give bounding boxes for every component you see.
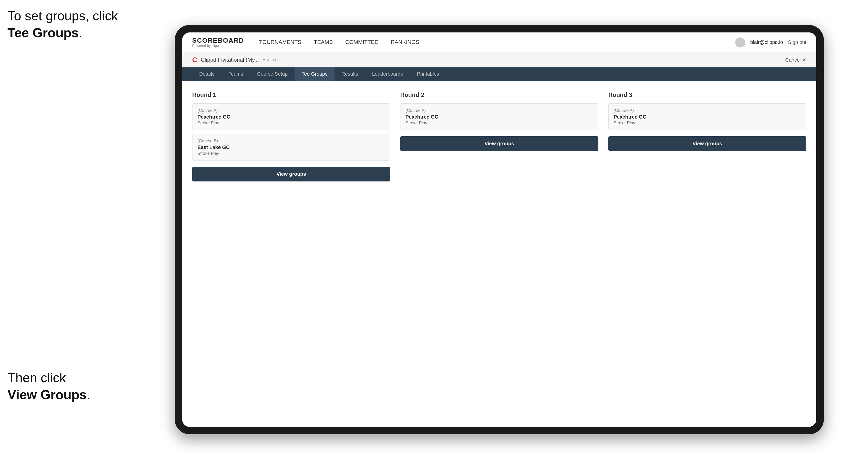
logo-area: SCOREBOARD Powered by clippit	[192, 37, 244, 48]
round-3-title: Round 3	[608, 91, 806, 98]
instruction-bottom-line1: Then click	[7, 370, 66, 385]
nav-teams[interactable]: TEAMS	[314, 39, 333, 45]
course-card-1a: (Course A) Peachtree GC Stroke Play	[192, 103, 390, 130]
course-2a-name: Peachtree GC	[405, 114, 593, 120]
round-2-column: Round 2 (Course A) Peachtree GC Stroke P…	[400, 91, 598, 182]
tab-course-setup[interactable]: Course Setup	[250, 67, 294, 81]
course-1b-name: East Lake GC	[197, 145, 385, 150]
nav-tournaments[interactable]: TOURNAMENTS	[259, 39, 302, 45]
course-1a-name: Peachtree GC	[197, 114, 385, 120]
logo-sub: Powered by clippit	[192, 44, 244, 48]
round-2-title: Round 2	[400, 91, 598, 98]
course-3a-label: (Course A)	[614, 108, 801, 113]
logo-text: SCOREBOARD	[192, 37, 244, 44]
rounds-container: Round 1 (Course A) Peachtree GC Stroke P…	[192, 91, 806, 182]
sign-out-link[interactable]: Sign out	[788, 39, 806, 45]
course-1a-format: Stroke Play	[197, 121, 385, 126]
round-1-column: Round 1 (Course A) Peachtree GC Stroke P…	[192, 91, 390, 182]
course-3a-name: Peachtree GC	[614, 114, 801, 120]
view-groups-button-round3[interactable]: View groups	[608, 136, 806, 151]
hosting-status: Hosting	[262, 57, 278, 62]
tab-tee-groups[interactable]: Tee Groups	[294, 67, 334, 81]
instruction-bottom-bold: View Groups	[7, 387, 87, 402]
sub-header-left: C Clippd Invitational (My... Hosting	[192, 56, 278, 64]
tablet-screen: SCOREBOARD Powered by clippit TOURNAMENT…	[182, 32, 816, 427]
main-content: Round 1 (Course A) Peachtree GC Stroke P…	[182, 81, 816, 427]
instruction-bottom-punct: .	[87, 387, 90, 402]
instruction-top-line1: To set groups, click	[7, 8, 118, 23]
instruction-top-bold: Tee Groups	[7, 26, 79, 40]
course-card-1b: (Course B) East Lake GC Stroke Play	[192, 134, 390, 161]
sub-header: C Clippd Invitational (My... Hosting Can…	[182, 53, 816, 67]
cancel-button[interactable]: Cancel ✕	[785, 57, 806, 63]
instruction-bottom: Then click View Groups.	[7, 369, 90, 403]
tournament-title: Clippd Invitational (My...	[201, 57, 259, 63]
course-3a-format: Stroke Play	[614, 121, 801, 126]
tab-teams[interactable]: Teams	[221, 67, 250, 81]
course-1b-label: (Course B)	[197, 138, 385, 144]
clippd-icon: C	[192, 56, 197, 64]
course-2a-format: Stroke Play	[405, 121, 593, 126]
tablet: SCOREBOARD Powered by clippit TOURNAMENT…	[175, 25, 824, 434]
round-1-title: Round 1	[192, 91, 390, 98]
tab-results[interactable]: Results	[335, 67, 365, 81]
view-groups-button-round1[interactable]: View groups	[192, 167, 390, 182]
tab-bar: Details Teams Course Setup Tee Groups Re…	[182, 67, 816, 81]
view-groups-button-round2[interactable]: View groups	[400, 136, 598, 151]
course-1b-format: Stroke Play	[197, 151, 385, 156]
course-card-3a: (Course A) Peachtree GC Stroke Play	[608, 103, 806, 130]
course-1a-label: (Course A)	[197, 108, 385, 113]
top-nav: SCOREBOARD Powered by clippit TOURNAMENT…	[182, 32, 816, 53]
tab-printables[interactable]: Printables	[410, 67, 446, 81]
nav-links: TOURNAMENTS TEAMS COMMITTEE RANKINGS	[259, 39, 420, 45]
tab-details[interactable]: Details	[192, 67, 221, 81]
nav-right: blair@clippd.io Sign out	[735, 37, 806, 48]
round-3-column: Round 3 (Course A) Peachtree GC Stroke P…	[608, 91, 806, 182]
avatar	[735, 37, 745, 48]
nav-committee[interactable]: COMMITTEE	[345, 39, 378, 45]
user-email: blair@clippd.io	[750, 39, 783, 45]
instruction-top-punct: .	[79, 26, 82, 40]
nav-left: SCOREBOARD Powered by clippit TOURNAMENT…	[192, 37, 420, 48]
course-2a-label: (Course A)	[405, 108, 593, 113]
tab-leaderboards[interactable]: Leaderboards	[365, 67, 410, 81]
nav-rankings[interactable]: RANKINGS	[391, 39, 420, 45]
instruction-top: To set groups, click Tee Groups.	[7, 7, 118, 41]
course-card-2a: (Course A) Peachtree GC Stroke Play	[400, 103, 598, 130]
logo-brand: SCOREBOARD	[192, 37, 244, 44]
